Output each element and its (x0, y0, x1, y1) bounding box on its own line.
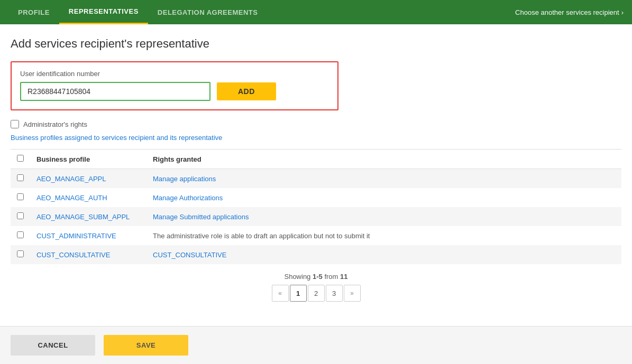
cancel-button[interactable]: CANCEL (11, 335, 95, 356)
pagination-total: 11 (340, 273, 347, 281)
profile-cell: CUST_ADMINISTRATIVE (30, 226, 146, 245)
row-checkbox[interactable] (17, 250, 24, 257)
th-select-all (11, 150, 30, 169)
table-header-row: Business profile Rights granted (11, 150, 621, 169)
page-3-button[interactable]: 3 (326, 285, 343, 302)
tab-profile[interactable]: PROFILE (8, 0, 59, 24)
user-id-row: ADD (20, 82, 329, 101)
tab-representatives[interactable]: REPRESENTATIVES (59, 0, 148, 24)
profile-cell: AEO_MANAGE_AUTH (30, 188, 146, 207)
pagination-area: Showing 1-5 from 11 « 1 2 3 » (11, 273, 621, 302)
rights-cell: The administrative role is able to draft… (146, 226, 621, 245)
page-title: Add services recipient's representative (11, 37, 621, 51)
tab-delegation[interactable]: DELEGATION AGREEMENTS (148, 0, 268, 24)
admin-rights-row: Administrator's rights (11, 120, 621, 128)
profile-cell: AEO_MANAGE_SUBM_APPL (30, 207, 146, 226)
add-button[interactable]: ADD (217, 82, 276, 100)
user-id-label: User identification number (20, 70, 329, 78)
table-row: AEO_MANAGE_AUTHManage Authorizations (11, 188, 621, 207)
choose-recipient-label: Choose another services recipient (515, 8, 619, 16)
profile-cell: AEO_MANAGE_APPL (30, 169, 146, 189)
select-all-checkbox[interactable] (17, 155, 24, 162)
page-first-button[interactable]: « (272, 285, 289, 302)
row-checkbox[interactable] (17, 193, 24, 200)
profiles-table: Business profile Rights granted AEO_MANA… (11, 149, 621, 264)
admin-rights-label: Administrator's rights (23, 120, 87, 128)
pagination-range: 1-5 (313, 273, 323, 281)
admin-rights-checkbox[interactable] (11, 120, 19, 128)
th-rights-granted: Rights granted (146, 150, 621, 169)
bottom-bar: CANCEL SAVE (0, 326, 632, 364)
from-label: from (324, 273, 338, 281)
page-last-button[interactable]: » (344, 285, 361, 302)
pagination-info: Showing 1-5 from 11 (284, 273, 347, 281)
table-row: CUST_CONSULTATIVECUST_CONSULTATIVE (11, 245, 621, 264)
table-row: AEO_MANAGE_SUBM_APPLManage Submitted app… (11, 207, 621, 226)
choose-recipient-link[interactable]: Choose another services recipient › (515, 0, 624, 24)
nav-tabs: PROFILE REPRESENTATIVES DELEGATION AGREE… (8, 0, 267, 24)
row-checkbox[interactable] (17, 231, 24, 238)
rights-cell: Manage Authorizations (146, 188, 621, 207)
user-id-section: User identification number ADD (11, 61, 338, 110)
choose-recipient-arrow: › (621, 8, 624, 16)
rights-cell: Manage applications (146, 169, 621, 189)
page-2-button[interactable]: 2 (308, 285, 325, 302)
table-row: CUST_ADMINISTRATIVEThe administrative ro… (11, 226, 621, 245)
table-row: AEO_MANAGE_APPLManage applications (11, 169, 621, 189)
user-id-input[interactable] (20, 82, 210, 101)
row-checkbox[interactable] (17, 174, 24, 181)
th-business-profile: Business profile (30, 150, 146, 169)
save-button[interactable]: SAVE (104, 335, 188, 356)
showing-label: Showing (284, 273, 310, 281)
rights-cell: Manage Submitted applications (146, 207, 621, 226)
top-navigation: PROFILE REPRESENTATIVES DELEGATION AGREE… (0, 0, 632, 24)
pagination-controls: « 1 2 3 » (272, 285, 361, 302)
page-content: Add services recipient's representative … (0, 24, 632, 312)
row-checkbox[interactable] (17, 212, 24, 219)
page-1-button[interactable]: 1 (290, 285, 307, 302)
profile-cell: CUST_CONSULTATIVE (30, 245, 146, 264)
info-text: Business profiles assigned to services r… (11, 134, 621, 142)
rights-cell: CUST_CONSULTATIVE (146, 245, 621, 264)
